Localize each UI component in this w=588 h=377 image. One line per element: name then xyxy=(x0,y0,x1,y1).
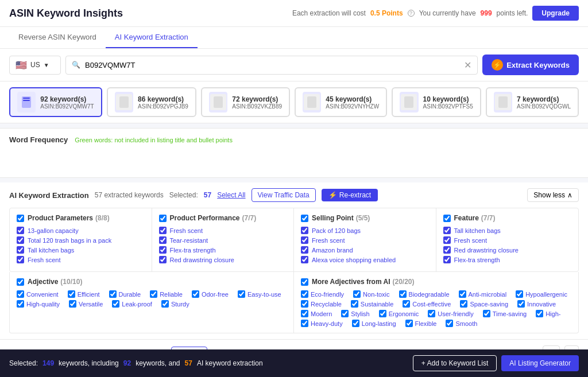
group-checkbox-adjective[interactable] xyxy=(17,278,24,286)
show-less-button[interactable]: Show less ∧ xyxy=(527,188,579,202)
asin-search-input[interactable] xyxy=(85,61,464,69)
keyword-checkbox[interactable] xyxy=(301,236,308,244)
adj-item: Anti-microbial xyxy=(459,290,507,298)
asin-info-2: 72 keyword(s) ASIN:B092VKZB89 xyxy=(232,95,282,110)
keyword-checkbox[interactable] xyxy=(159,236,167,244)
adj-checkbox[interactable] xyxy=(428,310,435,317)
keyword-checkbox[interactable] xyxy=(17,227,24,234)
adj-item: Biodegradable xyxy=(399,290,450,298)
group-checkbox-parameters[interactable] xyxy=(17,215,24,222)
adj-checkbox[interactable] xyxy=(379,310,386,317)
asin-card-3[interactable]: 45 keyword(s) ASIN:B092VNYHZW xyxy=(295,87,387,117)
svg-rect-11 xyxy=(404,96,413,108)
adj-checkbox[interactable] xyxy=(301,300,308,308)
adj-checkbox[interactable] xyxy=(459,290,466,298)
bottom-selected-label: Selected: xyxy=(9,359,38,367)
adj-checkbox[interactable] xyxy=(460,300,467,308)
adj-checkbox[interactable] xyxy=(301,310,308,317)
keyword-item: Pack of 120 bags xyxy=(301,227,429,234)
ai-listing-generator-button[interactable]: AI Listing Generator xyxy=(501,355,579,371)
adj-checkbox[interactable] xyxy=(341,310,349,317)
adj-checkbox[interactable] xyxy=(161,300,169,308)
keyword-checkbox[interactable] xyxy=(443,246,451,254)
keyword-checkbox[interactable] xyxy=(301,227,308,234)
extract-keywords-button[interactable]: ⚡ Extract Keywords xyxy=(482,55,579,75)
adj-checkbox[interactable] xyxy=(352,320,359,327)
asin-count-4: 10 keyword(s) xyxy=(423,95,473,103)
extract-label: Extract Keywords xyxy=(506,61,570,69)
adj-checkbox[interactable] xyxy=(483,310,490,317)
adj-checkbox[interactable] xyxy=(68,290,75,298)
asin-id-5: ASIN:B092VQDGWL xyxy=(517,103,571,110)
keyword-checkbox[interactable] xyxy=(443,227,451,234)
adj-checkbox[interactable] xyxy=(301,320,308,327)
keyword-item: Red drawstring closure xyxy=(159,256,287,263)
adj-item: High-quality xyxy=(17,300,60,308)
view-traffic-button[interactable]: View Traffic Data xyxy=(252,188,316,202)
group-checkbox-more-adj[interactable] xyxy=(301,278,308,286)
keyword-checkbox[interactable] xyxy=(159,246,167,254)
asin-thumb-3 xyxy=(303,92,321,112)
keyword-checkbox[interactable] xyxy=(301,246,308,254)
upgrade-button[interactable]: Upgrade xyxy=(532,6,579,21)
asin-card-0[interactable]: 92 keyword(s) ASIN:B092VQMW7T xyxy=(9,87,102,117)
group-checkbox-feature[interactable] xyxy=(443,215,451,222)
select-all-button[interactable]: Select All xyxy=(217,191,245,199)
group-more-adjectives: More Adjectives from AI(20/20) Eco-frien… xyxy=(294,272,578,333)
bottom-actions: + Add to Keyword List AI Listing Generat… xyxy=(413,355,579,371)
clear-icon[interactable]: ✕ xyxy=(464,60,471,71)
adj-checkbox[interactable] xyxy=(405,320,413,327)
adj-checkbox[interactable] xyxy=(301,290,308,298)
word-freq-header: Word Frequency Green words: not included… xyxy=(9,135,579,144)
keyword-checkbox[interactable] xyxy=(159,256,167,263)
adj-checkbox[interactable] xyxy=(17,290,24,298)
asin-count-5: 7 keyword(s) xyxy=(517,95,571,103)
keyword-checkbox[interactable] xyxy=(17,246,24,254)
group-checkbox-performance[interactable] xyxy=(159,215,167,222)
ai-extraction-title: AI Keyword Extraction xyxy=(9,191,89,200)
reextract-button[interactable]: ⚡ Re-extract xyxy=(322,189,378,201)
keyword-item: Fresh scent xyxy=(17,256,145,263)
adj-checkbox[interactable] xyxy=(536,310,543,317)
tab-reverse-asin[interactable]: Reverse ASIN Keyword xyxy=(9,27,106,48)
asin-card-4[interactable]: 10 keyword(s) ASIN:B092VPTFS5 xyxy=(392,87,481,117)
adj-checkbox[interactable] xyxy=(109,290,117,298)
chevron-up-icon: ∧ xyxy=(567,191,572,199)
adj-checkbox[interactable] xyxy=(351,300,358,308)
keyword-checkbox[interactable] xyxy=(17,236,24,244)
adj-checkbox[interactable] xyxy=(150,290,157,298)
points-label: You currently have xyxy=(419,9,476,17)
tab-ai-keyword[interactable]: AI Keyword Extraction xyxy=(106,27,198,48)
asin-card-2[interactable]: 72 keyword(s) ASIN:B092VKZB89 xyxy=(201,87,290,117)
adj-checkbox[interactable] xyxy=(399,290,407,298)
adj-checkbox[interactable] xyxy=(446,320,453,327)
adj-checkbox[interactable] xyxy=(517,300,525,308)
bottom-total-count: 149 xyxy=(42,359,54,367)
country-select[interactable]: 🇺🇸 US ▼ xyxy=(9,56,61,75)
keyword-checkbox[interactable] xyxy=(443,236,451,244)
adj-checkbox[interactable] xyxy=(403,300,410,308)
group-checkbox-selling[interactable] xyxy=(301,215,308,222)
adj-checkbox[interactable] xyxy=(516,290,523,298)
asin-card-1[interactable]: 86 keyword(s) ASIN:B092VPGJB9 xyxy=(107,87,196,117)
adj-checkbox[interactable] xyxy=(69,300,76,308)
asin-card-5[interactable]: 7 keyword(s) ASIN:B092VQDGWL xyxy=(486,87,579,117)
adj-item: Reliable xyxy=(150,290,183,298)
group-title-adjective: Adjective(10/10) xyxy=(17,278,287,286)
search-bar: 🇺🇸 US ▼ 🔍 ✕ ⚡ Extract Keywords xyxy=(0,49,588,81)
adj-checkbox[interactable] xyxy=(353,290,361,298)
adj-checkbox[interactable] xyxy=(192,290,199,298)
adj-item: Versatile xyxy=(69,300,103,308)
keyword-checkbox[interactable] xyxy=(443,256,451,263)
keyword-checkbox[interactable] xyxy=(159,227,167,234)
group-adjective: Adjective(10/10) Convenient Efficient Du… xyxy=(10,272,294,333)
adj-checkbox[interactable] xyxy=(238,290,245,298)
asin-id-2: ASIN:B092VKZB89 xyxy=(232,103,282,110)
keyword-checkbox[interactable] xyxy=(17,256,24,263)
keyword-checkbox[interactable] xyxy=(301,256,308,263)
adj-checkbox[interactable] xyxy=(112,300,119,308)
svg-rect-13 xyxy=(498,96,508,108)
cost-info-icon[interactable]: ? xyxy=(408,10,415,17)
add-to-keyword-list-button[interactable]: + Add to Keyword List xyxy=(413,355,497,371)
adj-checkbox[interactable] xyxy=(17,300,24,308)
